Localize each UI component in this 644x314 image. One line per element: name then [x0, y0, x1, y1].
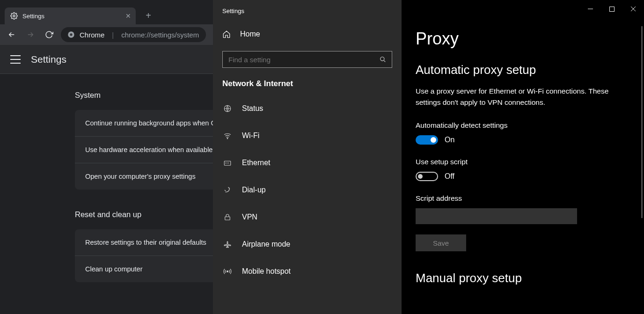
page-title: Proxy — [416, 29, 632, 49]
menu-icon[interactable] — [10, 55, 21, 64]
save-button[interactable]: Save — [416, 234, 466, 251]
url-chip: Chrome — [80, 31, 104, 39]
svg-point-2 — [70, 33, 72, 36]
script-address-input[interactable] — [416, 208, 577, 224]
sidebar-item-vpn[interactable]: VPN — [213, 204, 402, 231]
url-separator: | — [112, 31, 114, 39]
tab-title: Settings — [22, 13, 44, 20]
network-nav-list: Status Wi-Fi Ethernet Dial-up VPN — [213, 95, 402, 285]
svg-rect-9 — [609, 7, 614, 11]
settings-search[interactable] — [222, 51, 392, 68]
sidebar-item-wifi[interactable]: Wi-Fi — [213, 122, 402, 149]
reload-button[interactable] — [42, 28, 56, 42]
sidebar-item-hotspot[interactable]: Mobile hotspot — [213, 258, 402, 285]
back-button[interactable] — [5, 28, 19, 42]
auto-detect-toggle[interactable] — [416, 135, 438, 145]
globe-icon — [222, 104, 233, 113]
dialup-icon — [222, 186, 233, 194]
svg-point-5 — [227, 138, 228, 139]
auto-proxy-description: Use a proxy server for Ethernet or Wi-Fi… — [416, 86, 632, 108]
svg-point-8 — [227, 271, 228, 272]
sidebar-item-status[interactable]: Status — [213, 95, 402, 122]
sidebar-item-label: VPN — [242, 213, 257, 221]
svg-point-3 — [381, 57, 384, 61]
sidebar-item-label: Dial-up — [242, 186, 266, 194]
wifi-icon — [222, 131, 233, 140]
search-icon — [380, 56, 386, 63]
ethernet-icon — [222, 159, 233, 167]
auto-detect-label: Automatically detect settings — [416, 121, 632, 130]
setup-script-label: Use setup script — [416, 158, 632, 166]
setup-script-toggle[interactable] — [416, 172, 438, 181]
script-address-label: Script address — [416, 194, 632, 203]
setup-script-state: Off — [445, 172, 454, 181]
manual-proxy-heading: Manual proxy setup — [416, 271, 632, 285]
gear-icon — [10, 12, 18, 20]
close-icon[interactable]: ✕ — [125, 12, 131, 20]
vpn-icon — [222, 213, 233, 221]
auto-detect-state: On — [445, 136, 454, 144]
sidebar-home[interactable]: Home — [213, 23, 402, 45]
browser-tab-settings[interactable]: Settings ✕ — [5, 7, 136, 24]
chrome-settings-title: Settings — [31, 54, 66, 65]
close-button[interactable] — [622, 2, 644, 16]
svg-rect-7 — [225, 217, 230, 220]
forward-button[interactable] — [23, 28, 37, 42]
sidebar-item-dialup[interactable]: Dial-up — [213, 176, 402, 204]
window-controls — [579, 2, 644, 16]
settings-search-input[interactable] — [228, 56, 380, 64]
scrollbar[interactable] — [641, 26, 643, 218]
airplane-icon — [222, 240, 233, 248]
sidebar-item-label: Status — [242, 104, 263, 113]
win-settings-label: Settings — [213, 6, 402, 23]
home-icon — [222, 30, 231, 38]
url-path: chrome://settings/system — [121, 31, 199, 39]
sidebar-item-label: Mobile hotspot — [242, 267, 291, 276]
auto-proxy-heading: Automatic proxy setup — [416, 63, 632, 77]
sidebar-item-ethernet[interactable]: Ethernet — [213, 149, 402, 176]
address-bar[interactable]: Chrome | chrome://settings/system — [61, 27, 206, 42]
svg-rect-6 — [224, 161, 231, 165]
windows-settings-sidebar: Settings Home Network & Internet Status … — [213, 0, 402, 314]
chrome-icon — [67, 31, 75, 38]
svg-point-0 — [13, 15, 15, 17]
sidebar-item-airplane[interactable]: Airplane mode — [213, 231, 402, 258]
maximize-button[interactable] — [601, 2, 622, 16]
sidebar-item-label: Airplane mode — [242, 240, 290, 248]
sidebar-item-label: Wi-Fi — [242, 131, 259, 140]
minimize-button[interactable] — [579, 2, 601, 16]
sidebar-group-label: Network & Internet — [213, 79, 402, 95]
windows-settings-main: Proxy Automatic proxy setup Use a proxy … — [402, 0, 644, 314]
sidebar-item-label: Ethernet — [242, 159, 270, 167]
hotspot-icon — [222, 267, 233, 276]
sidebar-home-label: Home — [240, 30, 260, 38]
new-tab-button[interactable]: + — [141, 8, 155, 22]
